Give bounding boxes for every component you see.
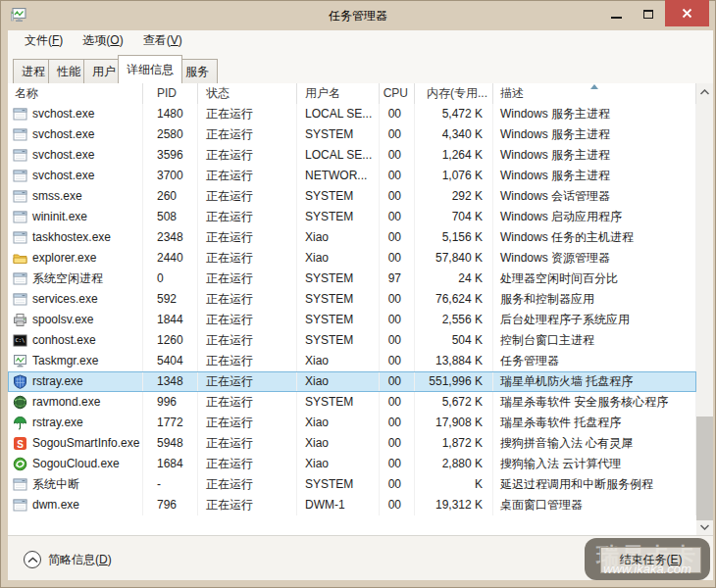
process-cpu: 00 <box>380 248 415 269</box>
table-row[interactable]: 系统空闲进程 0 正在运行 SYSTEM 97 24 K 处理器空闲时间百分比 <box>8 269 696 289</box>
process-status: 正在运行 <box>198 351 297 371</box>
close-icon <box>682 8 692 19</box>
column-header-pid[interactable]: PID <box>143 83 198 104</box>
process-user: SYSTEM <box>297 289 380 310</box>
table-row[interactable]: SSogouSmartInfo.exe 5948 正在运行 Xiao 00 1,… <box>8 433 696 454</box>
process-description: 搜狗输入法 云计算代理 <box>493 454 696 474</box>
process-memory: 5,156 K <box>415 227 493 248</box>
table-row[interactable]: svchost.exe 3700 正在运行 NETWOR... 00 1,076… <box>8 166 696 186</box>
process-user: SYSTEM <box>297 207 380 227</box>
globe-icon <box>13 395 27 410</box>
process-name: services.exe <box>32 289 98 310</box>
process-description: 瑞星杀毒软件 托盘程序 <box>493 413 696 433</box>
scroll-down-button[interactable] <box>696 518 713 535</box>
process-user: Xiao <box>297 227 380 248</box>
table-row[interactable]: SogouCloud.exe 1684 正在运行 Xiao 00 2,880 K… <box>8 454 696 474</box>
process-status: 正在运行 <box>198 186 297 207</box>
vertical-scrollbar[interactable] <box>696 83 713 535</box>
scroll-up-button[interactable] <box>696 83 713 100</box>
process-pid: 2440 <box>143 248 198 269</box>
table-row[interactable]: svchost.exe 1480 正在运行 LOCAL SE... 00 5,4… <box>8 104 696 124</box>
sort-ascending-icon <box>590 84 598 89</box>
process-name: svchost.exe <box>32 124 94 145</box>
table-row[interactable]: C:\conhost.exe 1260 正在运行 SYSTEM 00 504 K… <box>8 330 696 351</box>
process-status: 正在运行 <box>198 454 297 474</box>
table-row[interactable]: taskhostex.exe 2348 正在运行 Xiao 00 5,156 K… <box>8 227 696 248</box>
table-row[interactable]: dwm.exe 796 正在运行 DWM-1 00 19,312 K 桌面窗口管… <box>8 495 696 515</box>
sogou-s-icon: S <box>13 436 27 451</box>
process-pid: - <box>143 474 198 495</box>
process-memory: 2,880 K <box>415 454 493 474</box>
process-cpu: 00 <box>380 166 415 186</box>
table-row[interactable]: Taskmgr.exe 5404 正在运行 Xiao 00 13,884 K 任… <box>8 351 696 371</box>
column-header-cpu[interactable]: CPU <box>380 83 415 104</box>
column-header-desc[interactable]: 描述 <box>493 83 696 104</box>
process-user: Xiao <box>297 371 380 392</box>
process-pid: 508 <box>143 207 198 227</box>
process-pid: 3700 <box>143 166 198 186</box>
process-status: 正在运行 <box>198 371 297 392</box>
table-row[interactable]: rstray.exe 1772 正在运行 Xiao 00 17,908 K 瑞星… <box>8 413 696 433</box>
process-description: 瑞星杀毒软件 安全服务核心程序 <box>493 392 696 413</box>
column-header-mem[interactable]: 内存(专用... <box>415 83 493 104</box>
process-cpu: 00 <box>380 433 415 454</box>
window-icon <box>13 271 27 286</box>
column-header-status[interactable]: 状态 <box>198 83 297 104</box>
scrollbar-thumb[interactable] <box>696 416 713 520</box>
table-row[interactable]: ravmond.exe 996 正在运行 SYSTEM 00 5,672 K 瑞… <box>8 392 696 413</box>
table-row[interactable]: wininit.exe 508 正在运行 SYSTEM 00 704 K Win… <box>8 207 696 227</box>
table-row[interactable]: 系统中断 - 正在运行 SYSTEM 00 K 延迟过程调用和中断服务例程 <box>8 474 696 495</box>
process-pid: 796 <box>143 495 198 515</box>
maximize-button[interactable] <box>634 1 663 26</box>
process-description: 瑞星单机防火墙 托盘程序 <box>493 371 696 392</box>
table-row[interactable]: svchost.exe 3596 正在运行 LOCAL SE... 00 1,2… <box>8 145 696 166</box>
process-pid: 592 <box>143 289 198 310</box>
process-table: svchost.exe 1480 正在运行 LOCAL SE... 00 5,4… <box>8 104 696 515</box>
process-status: 正在运行 <box>198 433 297 454</box>
menu-item-2[interactable]: 查看(V) <box>134 30 191 51</box>
fewer-details-button[interactable]: 简略信息(D) <box>18 548 118 571</box>
table-row[interactable]: explorer.exe 2440 正在运行 Xiao 00 57,840 K … <box>8 248 696 269</box>
process-pid: 1772 <box>143 413 198 433</box>
process-name: 系统中断 <box>32 474 79 495</box>
collapse-circle-icon <box>24 551 41 568</box>
tab-5[interactable]: 服务 <box>177 59 218 83</box>
process-name: smss.exe <box>32 186 82 207</box>
process-pid: 2580 <box>143 124 198 145</box>
end-task-button[interactable]: 结束任务(E) <box>600 547 701 573</box>
menu-bar: 文件(F)选项(O)查看(V) <box>8 30 713 51</box>
column-header-user[interactable]: 用户名 <box>297 83 380 104</box>
column-header-name[interactable]: 名称 <box>8 83 143 104</box>
process-user: SYSTEM <box>297 392 380 413</box>
menu-item-0[interactable]: 文件(F) <box>16 30 72 51</box>
chevron-up-icon <box>700 89 709 95</box>
tab-4[interactable]: 详细信息 <box>118 55 182 83</box>
close-button[interactable] <box>665 0 709 26</box>
table-row[interactable]: services.exe 592 正在运行 SYSTEM 00 76,624 K… <box>8 289 696 310</box>
process-name: 系统空闲进程 <box>32 269 103 289</box>
window-icon <box>13 292 27 307</box>
table-row[interactable]: svchost.exe 2580 正在运行 SYSTEM 00 4,340 K … <box>8 124 696 145</box>
table-row[interactable]: spoolsv.exe 1844 正在运行 SYSTEM 00 2,556 K … <box>8 310 696 330</box>
process-pid: 260 <box>143 186 198 207</box>
process-user: Xiao <box>297 433 380 454</box>
table-row[interactable]: smss.exe 260 正在运行 SYSTEM 00 292 K Window… <box>8 186 696 207</box>
process-status: 正在运行 <box>198 227 297 248</box>
process-cpu: 00 <box>380 351 415 371</box>
table-row[interactable]: rstray.exe 1348 正在运行 Xiao 00 551,996 K 瑞… <box>8 371 696 392</box>
shield-icon <box>13 374 27 389</box>
menu-item-1[interactable]: 选项(O) <box>74 30 131 51</box>
process-name: svchost.exe <box>32 166 94 186</box>
process-status: 正在运行 <box>198 330 297 351</box>
process-status: 正在运行 <box>198 166 297 186</box>
minimize-button[interactable] <box>600 1 632 26</box>
process-memory: 1,872 K <box>415 433 493 454</box>
process-cpu: 00 <box>380 413 415 433</box>
details-panel: 名称PID状态用户名CPU内存(专用...描述 svchost.exe 1480… <box>8 83 713 580</box>
process-description: Windows 任务的主机进程 <box>493 227 696 248</box>
titlebar[interactable]: 任务管理器 <box>0 0 716 30</box>
svg-text:S: S <box>17 439 24 450</box>
process-user: SYSTEM <box>297 330 380 351</box>
process-name: ravmond.exe <box>32 392 100 413</box>
process-memory: 4,340 K <box>415 124 493 145</box>
